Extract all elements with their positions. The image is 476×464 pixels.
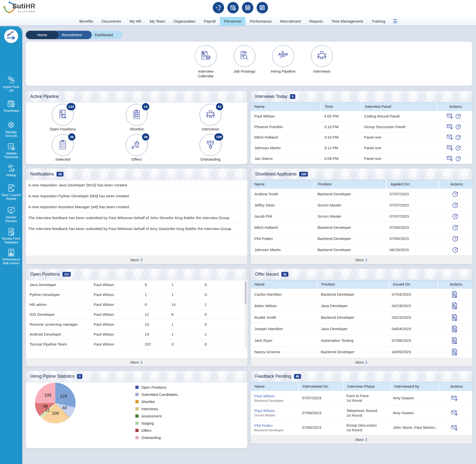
sidebar-item-validate-timesheet[interactable]: Validate Timesheet (0, 142, 22, 159)
nav-my-team[interactable]: My Team (146, 17, 170, 26)
offer-letter-icon[interactable] (451, 348, 457, 355)
history-clock-icon[interactable] (452, 224, 458, 231)
open-positions-icon (57, 109, 68, 120)
history-clock-icon[interactable] (452, 235, 458, 242)
sutihr-logo[interactable]: SutiHR PLATFORM (3, 1, 35, 14)
nav-performance[interactable]: Performance (245, 17, 276, 26)
nav-organization[interactable]: Organization (169, 17, 200, 26)
history-clock-icon[interactable] (452, 213, 458, 220)
history-clock-icon[interactable] (455, 145, 461, 151)
more-button[interactable]: More (251, 435, 472, 444)
interviews-icon (316, 50, 328, 62)
legend-label: Assessment (141, 414, 162, 418)
sidebar-item-performance-bulk-actions[interactable]: Performance Bulk Actions (0, 248, 22, 265)
table-row: Phoenix Franklin 3:10 PM Group Discussio… (251, 122, 472, 132)
nav-documents[interactable]: Documents (97, 17, 125, 26)
tab-home[interactable]: Home (26, 31, 59, 39)
timesheet-clock-icon[interactable] (227, 2, 239, 13)
legend-label: Open Positions (141, 385, 167, 389)
send-mail-icon[interactable] (451, 395, 458, 401)
send-mail-icon[interactable] (447, 124, 453, 130)
svg-text:109: 109 (44, 393, 51, 398)
sidebar-item-start-launch-review[interactable]: Start / Launch Review (0, 184, 22, 201)
nav-recruitment[interactable]: Recruitment (276, 17, 305, 26)
quick-link-interviews[interactable]: Interviews (307, 45, 336, 79)
offer-letter-icon[interactable] (451, 337, 457, 344)
scrollbar-track[interactable] (245, 281, 247, 348)
candidate-link[interactable]: Phil Foden (254, 423, 298, 428)
history-clock-icon[interactable] (452, 191, 458, 197)
pipeline-onboarding[interactable]: 109 Onboarding (174, 133, 247, 164)
nav-benefits[interactable]: Benefits (75, 17, 97, 26)
count-badge: 36 (68, 133, 75, 141)
pipeline-offers[interactable]: 48 Offers (100, 133, 174, 164)
offer-letter-icon[interactable] (451, 302, 457, 309)
sidebar-item-timesheets[interactable]: Timesheets (0, 100, 22, 113)
send-mail-icon[interactable] (447, 113, 453, 119)
history-clock-icon[interactable] (455, 156, 461, 162)
punch-in-out-icon[interactable] (213, 2, 224, 13)
quick-link-hiring-pipeline[interactable]: Hiring Pipeline (269, 45, 298, 79)
offer-letter-icon[interactable] (451, 314, 457, 321)
offer-letter-icon[interactable] (451, 291, 457, 298)
sidebar-item-import-time-off[interactable]: Import Time Off (0, 76, 22, 93)
shortlisted-rows: Andrew Smith Backend Developer 07/07/202… (251, 189, 472, 256)
candidate-link[interactable]: Paul Wilson (254, 408, 298, 413)
send-mail-icon[interactable] (451, 425, 458, 431)
more-button[interactable]: More (26, 358, 247, 366)
history-clock-icon[interactable] (455, 113, 461, 119)
shift-schedule-icon[interactable] (257, 2, 268, 13)
open-positions-rows: Java Developer Paul Wilson 5 1 0 Python … (26, 280, 247, 349)
pipeline-shortlist[interactable]: 14 Shortlist (100, 103, 174, 133)
hamburger-menu-icon[interactable]: ☰ (389, 17, 401, 25)
more-button[interactable]: More (251, 358, 472, 366)
nav-payroll[interactable]: Payroll (200, 17, 220, 26)
more-button[interactable]: More (26, 256, 247, 264)
nav-training[interactable]: Training (367, 17, 389, 26)
history-clock-icon[interactable] (455, 124, 461, 130)
sidebar-item-holiday[interactable]: Holiday (0, 164, 22, 177)
interviews-icon (205, 109, 216, 120)
pipeline-interviews[interactable]: 92 Interviews (174, 103, 247, 133)
send-mail-icon[interactable] (451, 410, 458, 416)
pipeline-open-positions[interactable]: 124 Open Positions (26, 103, 100, 133)
holiday-icon (7, 164, 15, 173)
start-launch-review-icon (7, 184, 15, 192)
timesheets-icon (7, 100, 15, 108)
history-clock-icon[interactable] (452, 247, 458, 253)
sidebar-menu-button[interactable]: Menu (4, 29, 18, 43)
pipeline-selected[interactable]: 36 Selected (26, 133, 100, 164)
quick-link-interview-calendar[interactable]: Interview Calendar (191, 45, 220, 79)
arrow-right-icon (6, 36, 16, 40)
sidebar-item-manage-accruals[interactable]: Manage Accruals (0, 121, 22, 138)
calendar-icon[interactable] (242, 2, 253, 13)
notification-item: A new requisition Python Developer [W9] … (26, 191, 247, 202)
table-row: Phil FodenBackend Developer 07/05/2023 G… (251, 420, 472, 435)
top-bar: SutiHR PLATFORM (0, 0, 476, 17)
nav-time-management[interactable]: Time Management (327, 17, 367, 26)
candidate-link[interactable]: Paul Wilson (254, 394, 298, 398)
more-button[interactable]: More (251, 256, 472, 264)
legend-swatch (135, 429, 139, 432)
quick-link-job-postings[interactable]: JOB Job Postings (230, 45, 259, 79)
send-mail-icon[interactable] (447, 156, 453, 162)
table-row: Johnson Martin Backend Developer 06/15/2… (251, 244, 472, 256)
scrollbar-thumb[interactable] (245, 281, 247, 304)
nav-reports[interactable]: Reports (305, 17, 327, 26)
table-row: Mitch Holland Backend Developer 07/05/20… (251, 222, 472, 233)
history-clock-icon[interactable] (452, 202, 458, 208)
send-mail-icon[interactable] (447, 145, 453, 151)
legend-item: Staging (135, 421, 178, 425)
open-positions-panel: Open Positions 111 Java Developer Paul W… (26, 269, 247, 366)
chart-legend: Open PositionsSubmitted CandidatesShortl… (135, 385, 178, 440)
history-clock-icon[interactable] (455, 134, 461, 140)
offer-letter-icon[interactable] (451, 325, 457, 332)
legend-label: Interviews (141, 407, 158, 411)
nav-personnel[interactable]: Personnel (220, 17, 246, 26)
svg-text:JOB: JOB (242, 52, 245, 54)
send-mail-icon[interactable] (447, 134, 453, 140)
sidebar-item-review-form-templates[interactable]: Review Form Templates (0, 228, 22, 244)
table-row: Jack Ryan Automation Testing 07/08/2023 (251, 335, 472, 347)
sidebar-item-monitor-reviews[interactable]: Monitor Reviews (0, 206, 22, 223)
nav-my-hr[interactable]: My HR (125, 17, 145, 26)
